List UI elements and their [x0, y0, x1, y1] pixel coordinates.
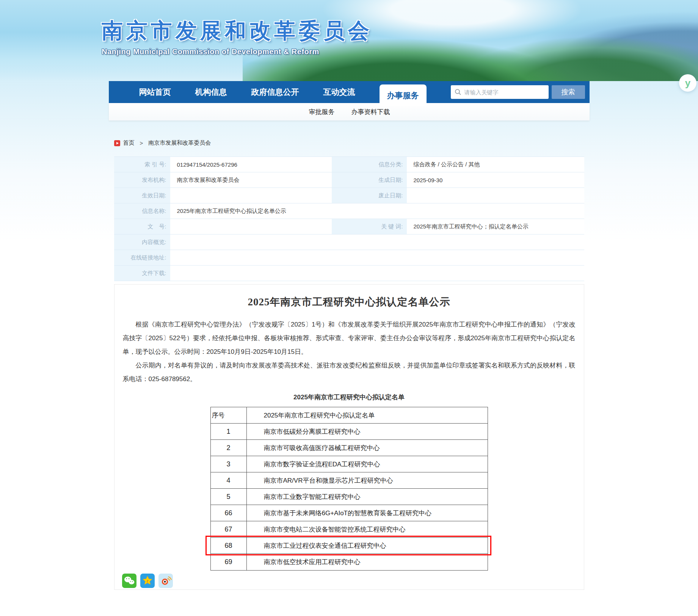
svg-text:Z: Z: [146, 579, 149, 583]
meta-row: 生效日期: 废止日期:: [114, 188, 584, 203]
subnav-item-downloads[interactable]: 办事资料下载: [351, 108, 390, 116]
table-row: 4 南京市AR/VR平台和微显示芯片工程研究中心: [211, 472, 488, 489]
nav-search-area: 搜索: [451, 85, 585, 99]
table-header-no: 序号: [211, 407, 247, 423]
meta-row: 索 引 号: 012947154/2025-67296 信息分类: 综合政务 /…: [114, 157, 584, 172]
row-name: 南京市低碳烃分离膜工程研究中心: [247, 424, 488, 439]
meta-label-file-download: 文件下载:: [114, 266, 171, 281]
row-no: 5: [211, 489, 247, 505]
row-no: 68: [211, 538, 247, 553]
meta-label-index-no: 索 引 号:: [114, 157, 171, 172]
breadcrumb-home[interactable]: 首页: [123, 139, 135, 147]
meta-row: 在线链接地址:: [114, 250, 584, 266]
table-row: 69 南京市低空技术应用工程研究中心: [211, 554, 488, 570]
wechat-icon[interactable]: [122, 574, 136, 588]
table-header-row: 序号 2025年南京市工程研究中心拟认定名单: [211, 407, 488, 424]
table-row: 66 南京市基于未来网络6G+AIoT的智慧教育装备工程研究中心: [211, 505, 488, 521]
breadcrumb-current: 南京市发展和改革委员会: [148, 139, 211, 147]
article-box: 2025年南京市工程研究中心拟认定名单公示 根据《南京市工程研究中心管理办法》（…: [114, 284, 584, 590]
sub-navbar: 审批服务 办事资料下载: [109, 103, 590, 120]
meta-label-publisher: 发布机构:: [114, 172, 171, 188]
list-table-caption: 2025年南京市工程研究中心拟认定名单: [121, 393, 577, 402]
subnav-item-approval[interactable]: 审批服务: [309, 108, 335, 116]
meta-row: 文 号: 关 键 词: 2025年南京市工程研究中心；拟认定名单公示: [114, 219, 584, 235]
breadcrumb-separator: >: [140, 140, 143, 146]
share-icons-row: Z: [121, 574, 577, 589]
document-meta-table: 索 引 号: 012947154/2025-67296 信息分类: 综合政务 /…: [114, 156, 584, 281]
search-button[interactable]: 搜索: [552, 85, 585, 99]
meta-row: 发布机构: 南京市发展和改革委员会 生成日期: 2025-09-30: [114, 172, 584, 188]
row-no: 69: [211, 554, 247, 570]
row-name: 南京市可吸收高值医疗器械工程研究中心: [247, 440, 488, 456]
table-header-name: 2025年南京市工程研究中心拟认定名单: [247, 407, 488, 423]
article-paragraph-1: 根据《南京市工程研究中心管理办法》（宁发改规字〔2025〕1号）和《市发展改革委…: [123, 318, 576, 359]
meta-value-publisher: 南京市发展和改革委员会: [171, 172, 332, 188]
site-title-cn: 南京市发展和改革委员会: [102, 17, 373, 45]
meta-value-online-link: [171, 250, 584, 265]
nav-item-gov-info[interactable]: 政府信息公开: [251, 87, 299, 97]
row-no: 3: [211, 456, 247, 472]
site-banner: 南京市发展和改革委员会 Nanjing Municipal Commission…: [0, 0, 698, 81]
meta-label-effective-date: 生效日期:: [114, 188, 171, 203]
row-name: 南京市工业数字智能工程研究中心: [247, 489, 488, 505]
meta-label-keywords: 关 键 词:: [332, 219, 408, 234]
meta-value-category: 综合政务 / 公示公告 / 其他: [408, 157, 584, 172]
row-name: 南京市变电站二次设备智能管控系统工程研究中心: [247, 521, 488, 537]
row-no: 67: [211, 521, 247, 537]
nav-item-interaction[interactable]: 互动交流: [323, 87, 355, 97]
meta-value-index-no: 012947154/2025-67296: [171, 157, 332, 172]
meta-value-expiry-date: [408, 188, 584, 203]
meta-label-info-name: 信息名称:: [114, 203, 171, 219]
table-row: 67 南京市变电站二次设备智能管控系统工程研究中心: [211, 521, 488, 538]
content-column: 首页 > 南京市发展和改革委员会 索 引 号: 012947154/2025-6…: [114, 139, 584, 616]
meta-row: 信息名称: 2025年南京市工程研究中心拟认定名单公示: [114, 203, 584, 219]
floating-assistant-widget[interactable]: y: [679, 74, 696, 92]
nav-item-home[interactable]: 网站首页: [139, 87, 171, 97]
page: 南京市发展和改革委员会 Nanjing Municipal Commission…: [0, 0, 698, 616]
table-row: 5 南京市工业数字智能工程研究中心: [211, 489, 488, 505]
meta-value-date-created: 2025-09-30: [408, 172, 584, 188]
meta-row: 内容概览:: [114, 235, 584, 250]
meta-value-info-name: 2025年南京市工程研究中心拟认定名单公示: [171, 203, 584, 219]
center-list-table: 序号 2025年南京市工程研究中心拟认定名单 1 南京市低碳烃分离膜工程研究中心…: [210, 407, 488, 571]
meta-row: 文件下载:: [114, 266, 584, 281]
meta-value-file-download: [171, 266, 584, 281]
row-name: 南京市工业过程仪表安全通信工程研究中心: [247, 538, 488, 553]
site-title-en: Nanjing Municipal Commission of Developm…: [102, 47, 373, 56]
qzone-icon[interactable]: Z: [140, 574, 155, 588]
meta-label-summary: 内容概览:: [114, 235, 171, 250]
row-name: 南京市数字验证全流程EDA工程研究中心: [247, 456, 488, 472]
meta-label-doc-no: 文 号:: [114, 219, 171, 234]
search-box[interactable]: [451, 85, 549, 99]
nav-item-org-info[interactable]: 机构信息: [195, 87, 227, 97]
meta-label-category: 信息分类:: [332, 157, 408, 172]
article-paragraph-2: 公示期内，对名单有异议的，请及时向市发展改革委高技术处、派驻市发改委纪检监察组反…: [123, 359, 576, 386]
meta-label-date-created: 生成日期:: [332, 172, 408, 188]
row-name: 南京市AR/VR平台和微显示芯片工程研究中心: [247, 472, 488, 488]
meta-label-expiry-date: 废止日期:: [332, 188, 408, 203]
assistant-logo-icon: y: [685, 78, 690, 88]
meta-value-keywords: 2025年南京市工程研究中心；拟认定名单公示: [408, 219, 584, 234]
article-title: 2025年南京市工程研究中心拟认定名单公示: [121, 295, 577, 309]
meta-value-effective-date: [171, 188, 332, 203]
search-input[interactable]: [464, 89, 546, 95]
table-row: 1 南京市低碳烃分离膜工程研究中心: [211, 424, 488, 440]
article-body: 根据《南京市工程研究中心管理办法》（宁发改规字〔2025〕1号）和《市发展改革委…: [121, 318, 577, 386]
table-row-highlighted: 68 南京市工业过程仪表安全通信工程研究中心: [211, 538, 488, 554]
weibo-icon[interactable]: [158, 574, 173, 588]
row-no: 1: [211, 424, 247, 439]
breadcrumb: 首页 > 南京市发展和改革委员会: [114, 139, 584, 147]
table-row: 2 南京市可吸收高值医疗器械工程研究中心: [211, 440, 488, 456]
row-name: 南京市基于未来网络6G+AIoT的智慧教育装备工程研究中心: [247, 505, 488, 521]
main-navbar: 网站首页 机构信息 政府信息公开 互动交流 办事服务 搜索: [109, 81, 590, 103]
breadcrumb-icon: [114, 140, 120, 146]
meta-value-doc-no: [171, 219, 332, 234]
meta-label-online-link: 在线链接地址:: [114, 250, 171, 265]
meta-value-summary: [171, 235, 584, 250]
row-no: 2: [211, 440, 247, 456]
row-no: 66: [211, 505, 247, 521]
nav-tab-services-active[interactable]: 办事服务: [380, 84, 427, 106]
row-no: 4: [211, 472, 247, 488]
site-brand: 南京市发展和改革委员会 Nanjing Municipal Commission…: [102, 17, 373, 56]
table-row: 3 南京市数字验证全流程EDA工程研究中心: [211, 456, 488, 472]
